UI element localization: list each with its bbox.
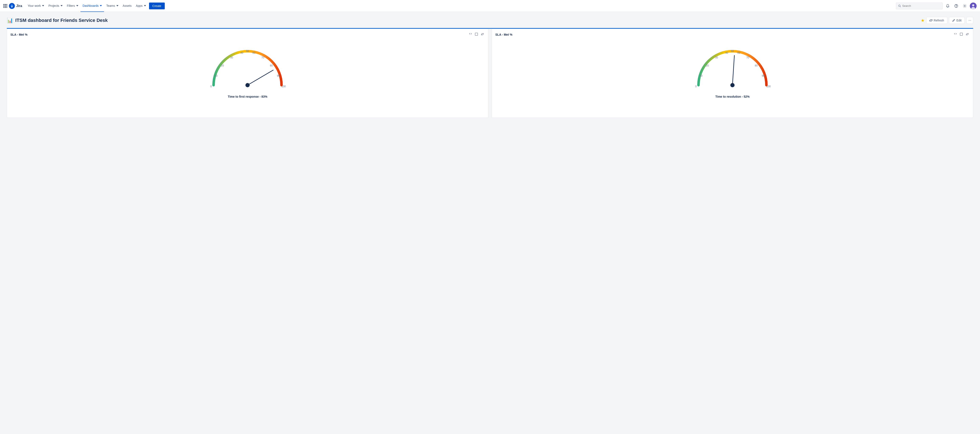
nav-logo[interactable]: Jira: [9, 3, 22, 9]
navbar: Jira Your work Projects Filters Dashboar…: [0, 0, 980, 12]
svg-text:0: 0: [210, 85, 212, 88]
svg-rect-5: [6, 6, 7, 6]
panel-2-refresh[interactable]: [965, 32, 970, 37]
svg-text:100: 100: [282, 85, 286, 88]
nav-item-filters[interactable]: Filters: [65, 0, 81, 12]
svg-text:100: 100: [767, 85, 771, 88]
svg-point-9: [899, 5, 900, 6]
svg-rect-3: [3, 6, 5, 6]
svg-point-44: [730, 83, 735, 87]
svg-text:10: 10: [215, 74, 218, 77]
avatar[interactable]: [970, 3, 977, 10]
panel-2-header: SLA - Met %: [495, 32, 970, 37]
nav-item-your-work[interactable]: Your work: [25, 0, 46, 12]
svg-text:40: 40: [240, 51, 243, 54]
svg-text:70: 70: [746, 56, 749, 59]
svg-text:70: 70: [261, 56, 264, 59]
svg-rect-2: [6, 4, 7, 5]
panel-2-expand[interactable]: [959, 32, 964, 37]
dashboard-title-text: ITSM dashboard for Friends Service Desk: [15, 17, 108, 23]
svg-text:60: 60: [737, 51, 740, 54]
gauge-2-svg: 0 10 20 30 40 50 60 70 80 90 100: [692, 43, 773, 92]
gauge-1-svg: 0 10 20 30 40 50 60 70 80: [207, 43, 288, 92]
panel-2-gauge-label: Time to resolution - 52%: [715, 95, 750, 98]
svg-text:90: 90: [277, 74, 280, 77]
nav-item-dashboards[interactable]: Dashboards: [81, 0, 104, 12]
svg-rect-8: [6, 7, 7, 8]
help-button[interactable]: [953, 3, 959, 10]
svg-rect-4: [5, 6, 6, 6]
dashboard-panels: SLA - Met %: [7, 28, 973, 118]
svg-point-30: [245, 83, 250, 87]
panel-1-gauge: 0 10 20 30 40 50 60 70 80: [10, 39, 485, 100]
svg-text:40: 40: [725, 51, 728, 54]
search-box[interactable]: [896, 3, 943, 10]
edit-button[interactable]: Edit: [949, 17, 965, 24]
svg-text:80: 80: [755, 64, 758, 67]
logo-text: Jira: [16, 4, 22, 8]
svg-text:90: 90: [762, 74, 765, 77]
panel-2-gauge: 0 10 20 30 40 50 60 70 80 90 100 Time to…: [495, 39, 970, 100]
nav-item-teams[interactable]: Teams: [104, 0, 120, 12]
nav-right: [896, 3, 977, 10]
edit-icon: [952, 19, 955, 22]
page-content: 📊 ITSM dashboard for Friends Service Des…: [0, 12, 980, 123]
svg-line-10: [900, 6, 901, 7]
panel-1: SLA - Met %: [7, 29, 488, 118]
svg-text:20: 20: [706, 64, 709, 67]
svg-line-29: [248, 70, 273, 85]
more-button[interactable]: ···: [966, 17, 973, 24]
svg-rect-17: [475, 33, 478, 35]
svg-point-15: [972, 4, 974, 6]
svg-rect-1: [5, 4, 6, 5]
panel-2-actions: [953, 32, 970, 37]
dashboard-icon: 📊: [7, 17, 13, 23]
grid-icon[interactable]: [3, 4, 7, 8]
search-icon: [898, 5, 901, 8]
svg-text:20: 20: [221, 64, 224, 67]
panel-2-title: SLA - Met %: [495, 33, 512, 36]
svg-text:50: 50: [246, 50, 249, 52]
dashboard-header: 📊 ITSM dashboard for Friends Service Des…: [7, 17, 973, 24]
nav-item-apps[interactable]: Apps: [134, 0, 148, 12]
panel-1-refresh[interactable]: [480, 32, 485, 37]
notifications-button[interactable]: [944, 3, 951, 10]
create-button[interactable]: Create: [149, 3, 165, 10]
settings-button[interactable]: [961, 3, 968, 10]
search-input[interactable]: [902, 4, 940, 8]
panel-1-gauge-label: Time to first response - 83%: [228, 95, 267, 98]
refresh-icon: [929, 19, 932, 22]
svg-rect-6: [3, 7, 5, 8]
panel-1-expand[interactable]: [474, 32, 479, 37]
nav-items: Your work Projects Filters Dashboards Te…: [25, 0, 895, 12]
panel-1-minimize[interactable]: [468, 32, 473, 37]
svg-rect-7: [5, 7, 6, 8]
svg-text:60: 60: [253, 51, 255, 54]
svg-text:0: 0: [695, 85, 697, 88]
nav-item-projects[interactable]: Projects: [46, 0, 65, 12]
svg-rect-31: [960, 33, 963, 35]
svg-rect-0: [3, 4, 5, 5]
svg-line-43: [732, 56, 734, 85]
svg-text:30: 30: [715, 56, 718, 59]
nav-item-assets[interactable]: Assets: [121, 0, 134, 12]
panel-1-actions: [468, 32, 485, 37]
svg-point-12: [956, 6, 956, 7]
refresh-button[interactable]: Refresh: [926, 17, 947, 24]
panel-1-title: SLA - Met %: [10, 33, 27, 36]
panel-2: SLA - Met %: [492, 29, 973, 118]
svg-point-13: [964, 5, 965, 6]
panel-2-minimize[interactable]: [953, 32, 958, 37]
svg-text:10: 10: [700, 74, 703, 77]
svg-text:80: 80: [270, 64, 273, 67]
panel-1-header: SLA - Met %: [10, 32, 485, 37]
header-actions: ★ Refresh Edit ···: [921, 17, 973, 24]
svg-text:50: 50: [731, 50, 734, 52]
dashboard-title: 📊 ITSM dashboard for Friends Service Des…: [7, 17, 108, 23]
svg-text:30: 30: [230, 56, 233, 59]
star-button[interactable]: ★: [921, 18, 924, 23]
